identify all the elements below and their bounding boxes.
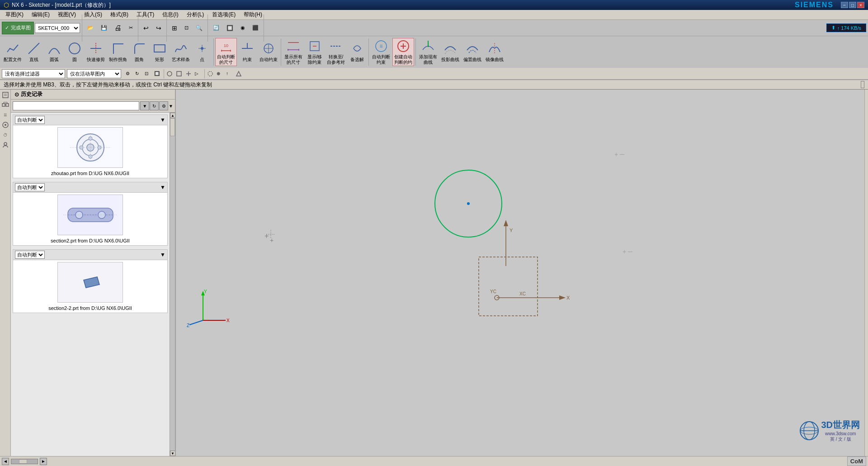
active-sketch-filter[interactable]: 仅在活动草图内 bbox=[67, 69, 121, 78]
history-item-1-dropdown-arrow[interactable]: ▼ bbox=[160, 117, 165, 123]
scroll-up-btn[interactable]: ▲ bbox=[170, 113, 175, 118]
arc-btn[interactable]: 圆弧 bbox=[44, 38, 64, 66]
h-scroll-track[interactable] bbox=[11, 459, 38, 464]
createauto-btn[interactable]: 创建自动判断的约 bbox=[392, 38, 414, 66]
tb1-print-btn[interactable]: 🖨 bbox=[111, 22, 125, 34]
sidebar-part-navigator[interactable] bbox=[1, 90, 10, 100]
filter-icon-btn11[interactable]: ↑ bbox=[225, 69, 234, 78]
offsetcurve-btn[interactable]: 偏置曲线 bbox=[462, 38, 483, 66]
tb1-cut-btn[interactable]: ✂ bbox=[126, 22, 136, 34]
history-item-3-dropdown-arrow[interactable]: ▼ bbox=[160, 252, 165, 258]
autoconstraint-btn[interactable]: 自动约束 bbox=[258, 38, 279, 66]
mirrorcurve-btn[interactable]: 镜像曲线 bbox=[484, 38, 505, 66]
sidebar-view-nav[interactable] bbox=[1, 120, 10, 129]
history-item-2-dropdown-arrow[interactable]: ▼ bbox=[160, 184, 165, 190]
autojudge-btn[interactable]: ≡ 自动判断约束 bbox=[370, 38, 392, 66]
history-item-1-dropdown[interactable]: 自动判断 bbox=[15, 116, 45, 124]
viewport-crosshair-2: + ─ bbox=[614, 151, 624, 158]
filter-icon-btn10[interactable]: ⊕ bbox=[216, 69, 225, 78]
complete-sketch-btn[interactable]: ✓ 完成草图 bbox=[2, 22, 34, 34]
scroll-track[interactable] bbox=[170, 118, 175, 451]
filter-row: 没有选择过滤器 仅在活动草图内 ⚙ ↻ ⊡ 🔲 ▷ ⊕ ↑ bbox=[0, 68, 868, 80]
point-btn[interactable]: 点 bbox=[192, 38, 212, 66]
menu-analysis[interactable]: 分析(L) bbox=[183, 10, 208, 19]
line-btn[interactable]: 直线 bbox=[24, 38, 44, 66]
projcurve-btn[interactable]: 投影曲线 bbox=[439, 38, 461, 66]
filter-icon-btn9[interactable] bbox=[206, 69, 215, 78]
history-search: ▼ ↻ ⚙ ▼ bbox=[11, 100, 175, 113]
filter-icon-btn7[interactable] bbox=[184, 69, 193, 78]
history-refresh-btn[interactable]: ↻ bbox=[150, 101, 159, 110]
filter-icon-btn1[interactable]: ⚙ bbox=[125, 69, 134, 78]
fillet-btn[interactable]: 圆角 bbox=[129, 38, 149, 66]
constraint-btn[interactable]: 约束 bbox=[237, 38, 257, 66]
menu-insert[interactable]: 插入(S) bbox=[80, 10, 106, 19]
menu-bar: 草图(K) 编辑(E) 视图(V) 插入(S) 格式(B) 工具(T) 信息(I… bbox=[0, 10, 868, 20]
autodim-btn[interactable]: 10 自动判断的尺寸 bbox=[215, 38, 237, 66]
filter-icon-btn3[interactable]: ⊡ bbox=[144, 69, 153, 78]
tb1-select-btn[interactable]: ⊡ bbox=[181, 22, 192, 34]
tb1-save-btn[interactable]: 💾 bbox=[98, 22, 110, 34]
filter-icon-btn2[interactable]: ↻ bbox=[134, 69, 143, 78]
filter-icon-btn8[interactable]: ▷ bbox=[194, 69, 203, 78]
h-scroll-thumb[interactable] bbox=[19, 459, 27, 464]
showconstr-btn[interactable]: 显示/移除约束 bbox=[305, 38, 325, 66]
viewport[interactable]: + Y X YC XC bbox=[176, 90, 864, 456]
left-sidebar: ≡ ⏱ bbox=[0, 90, 11, 456]
menu-view[interactable]: 视图(V) bbox=[54, 10, 80, 19]
menu-info[interactable]: 信息(I) bbox=[159, 10, 182, 19]
sidebar-constraint-nav[interactable]: ≡ bbox=[1, 110, 10, 119]
sidebar-assembly-nav[interactable] bbox=[1, 100, 10, 109]
tb1-3d-btn[interactable]: ◉ bbox=[237, 22, 248, 34]
selection-filter[interactable]: 没有选择过滤器 bbox=[2, 69, 65, 78]
menu-sketch[interactable]: 草图(K) bbox=[2, 10, 27, 19]
minimize-btn[interactable]: − bbox=[841, 2, 848, 8]
filter-icon-btn6[interactable] bbox=[175, 69, 184, 78]
tb1-rotate-btn[interactable]: 🔄 bbox=[210, 22, 222, 34]
tb1-shade-btn[interactable]: ⬛ bbox=[249, 22, 262, 34]
convert-btn[interactable]: 转换至/自参考对 bbox=[325, 38, 347, 66]
spline-btn[interactable]: 艺术样条 bbox=[170, 38, 192, 66]
tb1-undo-btn[interactable]: ↩ bbox=[140, 22, 152, 34]
sidebar-history-nav[interactable]: ⏱ bbox=[1, 130, 10, 139]
addcurve-btn[interactable]: 添加现有曲线 bbox=[417, 38, 439, 66]
history-dropdown-btn[interactable]: ▼ bbox=[140, 101, 149, 110]
history-item-2-dropdown[interactable]: 自动判断 bbox=[15, 183, 45, 191]
svg-text:Y: Y bbox=[204, 289, 207, 294]
circle-btn[interactable]: 圆 bbox=[65, 38, 85, 66]
menu-tools[interactable]: 工具(T) bbox=[133, 10, 158, 19]
history-settings-btn[interactable]: ⚙ bbox=[159, 101, 168, 110]
scroll-down-btn[interactable]: ▼ bbox=[170, 451, 175, 456]
filter-icon-btn12[interactable] bbox=[235, 69, 244, 78]
tb1-redo-btn[interactable]: ↪ bbox=[153, 22, 165, 34]
scroll-right-btn[interactable]: ► bbox=[40, 458, 47, 465]
tb1-nav-btn[interactable]: ⊞ bbox=[169, 22, 180, 34]
menu-format[interactable]: 格式(B) bbox=[107, 10, 132, 19]
tb1-view-btn[interactable]: 🔲 bbox=[223, 22, 236, 34]
sidebar-user-nav[interactable] bbox=[1, 140, 10, 149]
rect-btn[interactable]: 矩形 bbox=[150, 38, 170, 66]
close-btn[interactable]: × bbox=[857, 2, 864, 8]
menu-prefs[interactable]: 首选项(E) bbox=[208, 10, 239, 19]
trim-btn[interactable]: 快速修剪 bbox=[85, 38, 107, 66]
tb1-open-btn[interactable]: 📂 bbox=[84, 22, 97, 34]
showdim-btn[interactable]: 显示所有的尺寸 bbox=[283, 38, 304, 66]
profile-btn[interactable]: 配置文件 bbox=[2, 38, 24, 66]
filter-icon-btn5[interactable] bbox=[165, 69, 175, 78]
menu-help[interactable]: 帮助(H) bbox=[240, 10, 266, 19]
sep2 bbox=[138, 14, 138, 42]
sketch-selector[interactable]: SKETCH_000 bbox=[35, 23, 80, 33]
history-item-3-dropdown[interactable]: 自动判断 bbox=[15, 251, 45, 259]
maximize-btn[interactable]: □ bbox=[849, 2, 856, 8]
filter-icon-btn4[interactable]: 🔲 bbox=[153, 69, 162, 78]
offsetcurve-label: 偏置曲线 bbox=[463, 57, 481, 63]
menu-edit[interactable]: 编辑(E) bbox=[28, 10, 53, 19]
corner-btn[interactable]: 制作拐角 bbox=[107, 38, 129, 66]
tb1-zoom-btn[interactable]: 🔍 bbox=[193, 22, 206, 34]
scroll-thumb[interactable] bbox=[170, 118, 175, 136]
altsoln-btn[interactable]: 备选解 bbox=[347, 38, 367, 66]
scroll-left-btn[interactable]: ◄ bbox=[2, 458, 9, 465]
status-resize-btn[interactable] bbox=[861, 81, 864, 88]
svg-rect-37 bbox=[3, 92, 8, 98]
history-search-input[interactable] bbox=[13, 101, 139, 110]
